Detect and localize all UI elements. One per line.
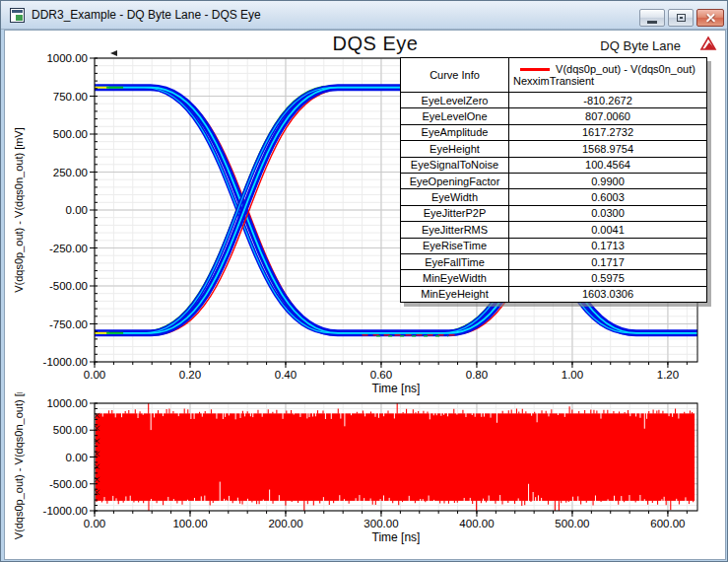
close-icon [705, 13, 716, 24]
metric-label: EyeFallTime [401, 253, 509, 269]
y-axis-title: V(dqs0p_out) - V(dqs0n_out) [mV] [13, 375, 25, 540]
y-tick-label: -250.00 [49, 243, 88, 254]
x-tick-label: 0.20 [179, 369, 201, 381]
curve-info-table[interactable]: Curve Info V(dqs0p_out) - V(dqs0n_out) N… [400, 57, 707, 303]
metric-value: -810.2672 [509, 93, 707, 108]
metric-value: 1617.2732 [509, 124, 707, 140]
metric-label: MinEyeHeight [401, 286, 509, 302]
y-tick-label: -1000.00 [43, 505, 88, 517]
restore-icon [677, 14, 686, 22]
metric-row: EyeSignalToNoise100.4564 [401, 157, 707, 173]
metric-value: 0.9900 [509, 173, 707, 188]
report-canvas: 0.000.200.400.600.801.001.201000.00750.0… [5, 31, 725, 559]
metric-row: EyeFallTime0.1717 [401, 253, 707, 269]
x-axis-title: Time [ns] [372, 530, 421, 544]
metric-label: EyeAmplitude [401, 124, 509, 140]
x-tick-label: 200.00 [268, 518, 302, 529]
metric-value: 0.1713 [509, 238, 707, 253]
metric-label: EyeRiseTime [401, 238, 509, 253]
y-tick-label: -1000.00 [43, 356, 88, 368]
metric-value: 1603.0306 [509, 286, 707, 302]
metric-value: 0.0300 [509, 205, 707, 221]
y-tick-label: -500.00 [49, 280, 88, 292]
metric-row: MinEyeHeight1603.0306 [401, 286, 707, 302]
curve-info-header: Curve Info [401, 58, 509, 93]
restore-button[interactable] [668, 9, 694, 27]
trace-solution: NexximTransient [511, 75, 704, 87]
x-tick-label: 100.00 [172, 518, 207, 529]
metric-value: 0.0041 [509, 222, 707, 238]
metric-label: EyeLevelZero [401, 93, 509, 108]
metric-label: EyeSignalToNoise [401, 157, 509, 173]
transient-signal [95, 394, 695, 518]
metric-value: 1568.9754 [509, 141, 707, 157]
y-tick-label: -500.00 [49, 478, 88, 490]
metric-label: EyeHeight [401, 141, 509, 157]
y-tick-label: 0.00 [66, 452, 88, 463]
axis-marker-icon [110, 50, 117, 56]
transient-plot[interactable]: 0.00100.00200.00300.00400.00500.00600.00… [13, 375, 697, 544]
metric-row: EyeLevelOne807.0060 [401, 108, 707, 124]
metric-value: 100.4564 [509, 157, 707, 173]
metric-row: EyeWidth0.6003 [401, 189, 707, 205]
close-button[interactable] [696, 9, 724, 27]
metric-value: 0.5975 [509, 270, 707, 286]
trace-header: V(dqs0p_out) - V(dqs0n_out) NexximTransi… [509, 58, 707, 93]
metric-value: 807.0060 [509, 108, 707, 124]
x-tick-label: 600.00 [650, 518, 685, 529]
context-label: DQ Byte Lane [557, 38, 681, 53]
metric-label: EyeOpeningFactor [401, 173, 509, 188]
metric-row: EyeJitterP2P0.0300 [401, 205, 707, 221]
metric-row: EyeLevelZero-810.2672 [401, 93, 707, 108]
metric-label: MinEyeWidth [401, 270, 509, 286]
x-tick-label: 1.20 [657, 369, 679, 381]
y-tick-label: 250.00 [53, 167, 88, 178]
x-tick-label: 0.80 [466, 369, 488, 381]
x-tick-label: 1.00 [562, 369, 583, 381]
x-tick-label: 500.00 [555, 518, 589, 529]
metric-row: EyeAmplitude1617.2732 [401, 124, 707, 140]
window-icon [10, 8, 25, 23]
window-title: DDR3_Example - DQ Byte Lane - DQS Eye [32, 8, 261, 22]
y-tick-label: 1000.00 [46, 397, 88, 409]
y-tick-label: 1000.00 [46, 52, 88, 64]
metric-value: 0.6003 [509, 189, 707, 205]
x-tick-label: 0.60 [370, 369, 392, 381]
title-bar[interactable]: DDR3_Example - DQ Byte Lane - DQS Eye [1, 1, 727, 30]
y-tick-label: 0.00 [66, 204, 88, 216]
x-axis-title: Time [ns] [372, 382, 421, 395]
x-tick-label: 0.00 [84, 369, 105, 381]
metric-value: 0.1717 [509, 253, 707, 269]
plot-title: DQS Eye [297, 33, 454, 55]
y-tick-label: -750.00 [49, 318, 88, 330]
y-tick-label: 500.00 [53, 424, 88, 436]
trace-name: V(dqs0p_out) - V(dqs0n_out) [556, 63, 695, 75]
app-window: DDR3_Example - DQ Byte Lane - DQS Eye 0.… [0, 0, 728, 562]
metric-label: EyeJitterRMS [401, 222, 509, 238]
x-tick-label: 400.00 [459, 518, 494, 529]
x-tick-label: 0.40 [275, 369, 297, 381]
ansys-logo-icon [699, 35, 719, 51]
metric-row: EyeOpeningFactor0.9900 [401, 173, 707, 188]
minimize-button[interactable] [639, 9, 665, 27]
metric-row: EyeRiseTime0.1713 [401, 238, 707, 253]
x-tick-label: 300.00 [364, 518, 398, 529]
metric-label: EyeLevelOne [401, 108, 509, 124]
minimize-icon [647, 21, 657, 24]
metric-label: EyeWidth [401, 189, 509, 205]
trace-color-sample [520, 68, 550, 71]
metric-label: EyeJitterP2P [401, 205, 509, 221]
metric-row: EyeHeight1568.9754 [401, 141, 707, 157]
y-tick-label: 500.00 [53, 128, 88, 140]
metric-row: MinEyeWidth0.5975 [401, 270, 707, 286]
x-tick-label: 0.00 [84, 518, 105, 529]
y-axis-title: V(dqs0p_out) - V(dqs0n_out) [mV] [13, 127, 25, 293]
y-tick-label: 750.00 [53, 91, 88, 103]
metric-row: EyeJitterRMS0.0041 [401, 222, 707, 238]
